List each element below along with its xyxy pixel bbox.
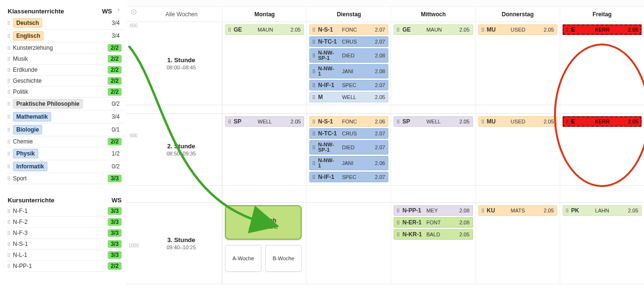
lesson-code: SP bbox=[234, 118, 255, 125]
clock-icon bbox=[126, 7, 141, 22]
subject-name: Englisch bbox=[8, 31, 44, 41]
subject-row[interactable]: N-L-13/3 bbox=[7, 250, 124, 261]
lesson-code: M bbox=[318, 94, 339, 100]
lesson-room: 2.05 bbox=[628, 27, 638, 33]
cell-thu-2[interactable]: MUUSED2.05 bbox=[475, 114, 560, 185]
lesson-code: KU bbox=[487, 207, 508, 214]
subject-row[interactable]: Mathematik3/4 bbox=[7, 111, 124, 123]
cell-fri-2[interactable]: EKERR2.05 bbox=[560, 114, 644, 185]
lesson-code: GE bbox=[402, 26, 423, 33]
lesson-block[interactable]: MWELL2.05 bbox=[309, 92, 388, 102]
ws-value: 3/3 bbox=[108, 229, 122, 237]
lesson-block[interactable]: N-KR-1BALD2.05 bbox=[394, 229, 473, 240]
subject-row[interactable]: Biologie0/1 bbox=[7, 123, 124, 136]
lesson-block[interactable]: N-TC-1CRUS2.07 bbox=[309, 36, 388, 47]
subject-row[interactable]: Deutsch3/4 bbox=[7, 17, 124, 30]
lesson-block[interactable]: EKERR2.05 bbox=[563, 24, 642, 35]
subject-row[interactable]: N-F-33/3 bbox=[7, 228, 124, 239]
lesson-teacher: WELL bbox=[342, 94, 361, 100]
lesson-block[interactable]: GEMAUN2.05 bbox=[225, 24, 304, 35]
lesson-room: 2.05 bbox=[628, 119, 638, 124]
lesson-code: N-TC-1 bbox=[318, 38, 339, 45]
lesson-code: N-IF-1 bbox=[318, 174, 339, 180]
subject-row[interactable]: N-F-13/3 bbox=[7, 206, 124, 217]
cell-tue-3[interactable] bbox=[306, 203, 391, 284]
subject-row[interactable]: Englisch3/4 bbox=[7, 30, 124, 43]
cell-fri-1[interactable]: EKERR2.05 bbox=[560, 22, 644, 105]
lesson-code: GE bbox=[234, 26, 255, 33]
lesson-block[interactable]: N-IF-1SPEC2.07 bbox=[309, 80, 388, 90]
cell-wed-2[interactable]: SPWELL2.05 bbox=[391, 114, 475, 185]
subject-row[interactable]: Physik1/2 bbox=[7, 147, 124, 160]
subject-row[interactable]: N-F-23/3 bbox=[7, 217, 124, 228]
lesson-block[interactable]: N-PP-1MEY2.08 bbox=[394, 205, 473, 216]
lesson-block[interactable]: SPWELL2.05 bbox=[225, 116, 304, 127]
lesson-block[interactable]: N-IF-1SPEC2.07 bbox=[309, 172, 388, 182]
day-header-tue: Dienstag bbox=[306, 7, 391, 22]
cell-mon-3[interactable]: EnglischJede WocheA-WocheB-Woche bbox=[222, 203, 306, 284]
subject-row[interactable]: Informatik0/2 bbox=[7, 160, 124, 173]
lesson-room: 2.08 bbox=[375, 68, 385, 74]
week-box[interactable]: A-Woche bbox=[225, 245, 261, 272]
lesson-block[interactable]: MUUSED2.05 bbox=[478, 116, 557, 127]
cell-tue-1[interactable]: N-S-1FONC2.07N-TC-1CRUS2.07N-NW- SP-1DIE… bbox=[306, 22, 391, 105]
cell-thu-3[interactable]: KUMATS2.05 bbox=[475, 203, 560, 284]
drop-target-englisch[interactable]: EnglischJede Woche bbox=[225, 205, 302, 240]
cell-mon-2[interactable]: SPWELL2.05 bbox=[222, 114, 306, 185]
lesson-block[interactable]: KUMATS2.05 bbox=[478, 205, 557, 216]
slot-label: 2. Stunde 08:50–09:35 bbox=[141, 114, 222, 185]
subject-name: Kunsterziehung bbox=[8, 44, 53, 51]
cell-tue-2[interactable]: N-S-1FONC2.06N-TC-1CRUS2.07N-NW- SP-1DIE… bbox=[306, 114, 391, 185]
lesson-block[interactable]: N-TC-1CRUS2.07 bbox=[309, 128, 388, 139]
cell-fri-3[interactable]: PKLAHN2.05 bbox=[560, 203, 644, 284]
ws-value: 2/2 bbox=[108, 138, 122, 145]
subject-name: Deutsch bbox=[8, 18, 42, 28]
subject-row[interactable]: N-S-13/3 bbox=[7, 239, 124, 250]
week-box[interactable]: B-Woche bbox=[265, 245, 302, 272]
lesson-block[interactable]: N-NW- SP-1DIED2.08 bbox=[309, 48, 388, 63]
lesson-teacher: FONC bbox=[342, 27, 361, 33]
lesson-code: N-NW- 1 bbox=[318, 158, 339, 168]
subject-row[interactable]: Politik2/2 bbox=[7, 87, 124, 98]
lesson-room: 2.07 bbox=[375, 131, 385, 136]
lesson-teacher: USED bbox=[511, 119, 530, 124]
subject-row[interactable]: N-PP-12/2 bbox=[7, 261, 124, 272]
ws-value: 3/3 bbox=[108, 207, 122, 215]
lesson-code: N-S-1 bbox=[318, 118, 339, 125]
lesson-room: 2.08 bbox=[459, 208, 469, 213]
lesson-room: 2.05 bbox=[459, 27, 469, 33]
lesson-code: MU bbox=[487, 118, 508, 125]
subject-row[interactable]: Musik2/2 bbox=[7, 54, 124, 65]
lesson-room: 2.05 bbox=[291, 119, 301, 124]
cell-wed-1[interactable]: GEMAUN2.05 bbox=[391, 22, 475, 105]
lesson-teacher: JANI bbox=[342, 160, 361, 166]
lesson-block[interactable]: EKERR2.05 bbox=[563, 116, 642, 127]
slot-label: 3. Stunde 09:40–10:25 bbox=[141, 203, 222, 284]
cell-thu-1[interactable]: MUUSED2.05 bbox=[475, 22, 560, 105]
lesson-block[interactable]: SPWELL2.05 bbox=[394, 116, 473, 127]
lesson-block[interactable]: N-S-1FONC2.06 bbox=[309, 116, 388, 127]
lesson-room: 2.07 bbox=[375, 39, 385, 44]
lesson-block[interactable]: N-S-1FONC2.07 bbox=[309, 24, 388, 35]
lesson-block[interactable]: MUUSED2.05 bbox=[478, 24, 557, 35]
subject-row[interactable]: Erdkunde2/2 bbox=[7, 65, 124, 76]
subject-name: Erdkunde bbox=[8, 66, 37, 73]
section-title: Klassenunterrichte bbox=[8, 8, 64, 15]
subject-row[interactable]: Praktische Philosophie0/2 bbox=[7, 98, 124, 111]
lesson-block[interactable]: N-NW- 1JANI2.08 bbox=[309, 64, 388, 78]
collapse-icon[interactable]: ˄ bbox=[115, 9, 122, 14]
cell-wed-3[interactable]: N-PP-1MEY2.08N-ER-1FONT2.08N-KR-1BALD2.0… bbox=[391, 203, 475, 284]
subject-row[interactable]: Geschichte2/2 bbox=[7, 76, 124, 87]
lesson-block[interactable]: PKLAHN2.05 bbox=[563, 205, 642, 216]
cell-mon-1[interactable]: GEMAUN2.05 bbox=[222, 22, 306, 105]
lesson-block[interactable]: N-NW- SP-1DIED2.07 bbox=[309, 140, 388, 155]
subject-row[interactable]: Chemie2/2 bbox=[7, 136, 124, 147]
time-tick: 1000 bbox=[126, 243, 141, 248]
subject-row[interactable]: Sport3/3 bbox=[7, 173, 124, 184]
subject-name: N-F-2 bbox=[8, 219, 28, 225]
lesson-block[interactable]: N-NW- 1JANI2.06 bbox=[309, 156, 388, 170]
subject-row[interactable]: Kunsterziehung2/2 bbox=[7, 43, 124, 54]
lesson-block[interactable]: N-ER-1FONT2.08 bbox=[394, 217, 473, 228]
lesson-code: N-KR-1 bbox=[402, 231, 423, 238]
lesson-block[interactable]: GEMAUN2.05 bbox=[394, 24, 473, 35]
